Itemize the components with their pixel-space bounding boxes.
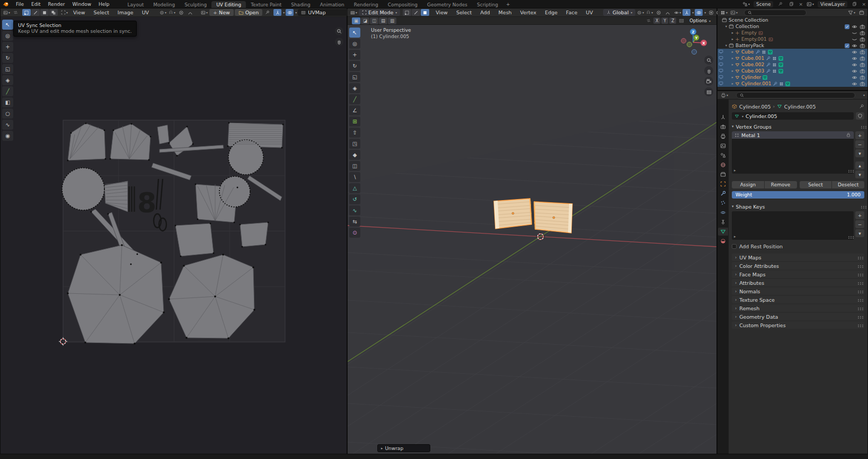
snap-base-icon[interactable] (677, 17, 685, 24)
disable-render-icon[interactable] (860, 30, 865, 36)
collapsed-panel[interactable]: › Attributes (732, 279, 864, 286)
hide-viewport-icon[interactable] (852, 49, 857, 55)
open-image-button[interactable]: Open (235, 9, 262, 16)
show-overlays-toggle[interactable] (695, 9, 703, 16)
select-invert-button[interactable]: ▤ (379, 17, 387, 24)
cursor-tool[interactable]: ◎ (349, 39, 360, 49)
move-group-up-button[interactable]: ▴ (855, 161, 864, 169)
extrude-region-tool[interactable]: ⇧ (349, 128, 360, 138)
collapsed-panel[interactable]: › Geometry Data (732, 313, 864, 320)
panel-grip[interactable] (858, 265, 859, 266)
options-dropdown[interactable]: Options ▾ (686, 17, 714, 24)
topbar-menu[interactable]: Render (45, 2, 69, 7)
shape-keys-panel-header[interactable]: ▾ Shape Keys (732, 203, 864, 210)
snap-toggle[interactable]: ▾ (645, 9, 653, 16)
topbar-menu[interactable]: File (12, 2, 28, 7)
perspective-toggle-icon[interactable] (704, 87, 713, 96)
shrink-fatten-tool[interactable]: ⊙ (349, 228, 360, 238)
proportional-falloff-dropdown[interactable] (663, 9, 671, 16)
disable-render-icon[interactable] (860, 24, 865, 30)
vertex-groups-list[interactable]: Metal 1 ▸ (732, 131, 854, 174)
outliner-row-cube-003[interactable]: ▸ Cube.003 (718, 68, 867, 74)
loop-cut-tool[interactable]: ◫ (349, 161, 360, 171)
panel-grip[interactable] (861, 126, 862, 127)
object-type-visibility-dropdown[interactable]: ▾ (674, 9, 681, 16)
hide-viewport-icon[interactable] (852, 24, 857, 30)
expand-arrow[interactable]: ▸ (730, 75, 735, 79)
list-filter-toggle[interactable]: ▸ (734, 235, 736, 239)
add-shape-key-button[interactable]: + (855, 211, 864, 219)
measure-tool[interactable]: ∠ (349, 105, 360, 115)
new-collection-button[interactable] (857, 9, 865, 16)
vertex-group-specials-dropdown[interactable]: ▾ (855, 149, 864, 157)
transform-orientation-dropdown[interactable]: Global ▾ (603, 9, 635, 16)
outliner-row-cylinder[interactable]: ▸ Cylinder (718, 74, 867, 80)
hide-viewport-icon[interactable] (852, 37, 857, 42)
view-menu[interactable]: View (432, 10, 451, 15)
uv-menu-uv[interactable]: UV (138, 10, 153, 15)
hide-viewport-icon[interactable] (852, 56, 857, 61)
vertex-menu[interactable]: Vertex (517, 10, 541, 15)
tab-geometry-nodes[interactable]: Geometry Nodes (422, 1, 472, 8)
uv-menu-select[interactable]: Select (90, 10, 113, 15)
pan-view-icon[interactable] (704, 66, 713, 75)
tab-object[interactable] (718, 180, 728, 188)
annotate-tool[interactable]: ╱ (2, 86, 13, 96)
remove-vertex-group-button[interactable]: − (855, 140, 864, 148)
exclude-checkbox[interactable] (845, 24, 849, 29)
add-workspace-button[interactable]: + (503, 2, 513, 7)
transform-tool[interactable]: ◈ (2, 75, 13, 85)
tab-output[interactable] (718, 132, 728, 140)
exclude-checkbox[interactable] (845, 43, 849, 48)
add-rest-position-checkbox[interactable] (732, 244, 737, 249)
hide-viewport-icon[interactable] (852, 81, 857, 87)
show-gizmo-toggle[interactable] (273, 9, 281, 16)
panel-grip[interactable] (861, 206, 862, 207)
snap-toggle[interactable]: ▾ (168, 9, 176, 16)
topbar-menu[interactable]: Window (69, 2, 95, 7)
pin-scene-icon[interactable] (776, 1, 784, 7)
shape-key-specials-dropdown[interactable]: ▾ (855, 229, 864, 237)
move-tool[interactable]: + (2, 42, 13, 52)
mode-dropdown[interactable]: Edit Mode ▾ (359, 9, 400, 16)
expand-arrow[interactable]: ▸ (730, 37, 735, 41)
tab-modifiers[interactable] (718, 190, 728, 197)
filter-dropdown[interactable]: ▾ (847, 9, 856, 16)
tab-tool[interactable] (718, 113, 728, 121)
select-box-tool[interactable]: ↖ (349, 28, 360, 38)
editor-type-button[interactable]: ▾ (720, 9, 728, 16)
select-set-button[interactable]: ▣ (352, 17, 360, 24)
tab-material[interactable] (718, 237, 728, 245)
expand-arrow[interactable]: ▸ (730, 82, 735, 86)
hide-viewport-icon[interactable] (852, 62, 857, 68)
select-extend-button[interactable]: ◪ (361, 17, 369, 24)
outliner-row-empty[interactable]: ▸ Empty (718, 30, 867, 36)
properties-search-input[interactable] (736, 92, 855, 98)
properties-options-dropdown[interactable]: ▾ (863, 93, 865, 97)
collapsed-panel[interactable]: › Custom Properties (732, 321, 864, 329)
rotate-tool[interactable]: ↻ (349, 61, 360, 71)
collapsed-panel[interactable]: › Remesh (732, 304, 864, 312)
list-filter-toggle[interactable]: ▸ (734, 168, 736, 173)
tab-animation[interactable]: Animation (315, 1, 349, 8)
new-scene-icon[interactable] (787, 1, 795, 7)
battery-object-right[interactable] (534, 202, 572, 233)
unlink-scene-icon[interactable]: × (799, 2, 803, 7)
tab-object-data[interactable] (718, 228, 728, 236)
uv-select-vertex-button[interactable] (22, 9, 31, 16)
expand-arrow[interactable]: ▸ (730, 69, 735, 73)
smooth-tool[interactable]: ∿ (349, 205, 360, 215)
pinch-tool[interactable]: ◉ (2, 131, 13, 141)
uv-pan-icon[interactable] (335, 38, 343, 46)
disable-render-icon[interactable] (860, 49, 865, 55)
display-mode-dropdown[interactable]: ▾ (730, 9, 738, 16)
collapsed-panel[interactable]: › Normals (732, 287, 864, 295)
lock-icon[interactable] (846, 132, 851, 138)
hide-viewport-icon[interactable] (852, 30, 857, 36)
pin-image-icon[interactable] (263, 9, 271, 16)
tab-shading[interactable]: Shading (286, 1, 315, 8)
add-cube-tool[interactable]: ⊞ (349, 116, 360, 127)
uv-map-field[interactable]: UVMap (298, 9, 349, 16)
tab-physics[interactable] (718, 209, 728, 217)
operator-panel-unwrap[interactable]: ▸ Unwrap (377, 444, 430, 452)
